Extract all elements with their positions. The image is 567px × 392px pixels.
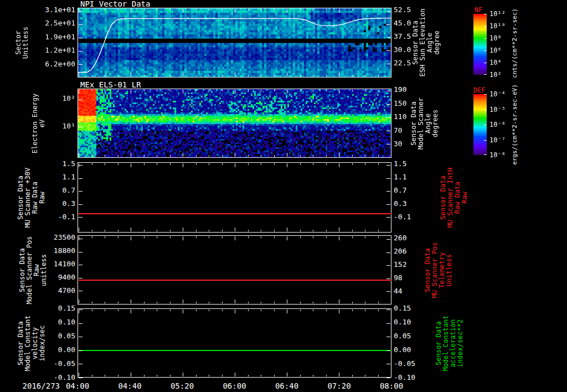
y-tick-mark	[386, 91, 390, 91]
x-tick-mark	[170, 236, 171, 238]
axis-label-line: eV	[39, 89, 46, 158]
x-tick-mark	[313, 310, 313, 311]
x-tick-mark	[378, 75, 379, 76]
colorbar-tick-label: 10¹²	[489, 10, 506, 18]
x-tick-mark	[248, 75, 249, 76]
y-tick-mark	[386, 24, 390, 25]
y-tick-mark	[79, 378, 83, 378]
colorbar-tick-mark	[484, 38, 487, 39]
x-tick-mark	[235, 9, 235, 13]
x-tick-mark	[300, 90, 301, 91]
x-tick-mark	[170, 230, 171, 231]
y-tick-mark	[386, 204, 390, 205]
axis-label-left-mu-scanner-plus30v: Sensor DataMU Scanner +30VRaw DataRaw	[17, 162, 46, 233]
x-axis-time-label: 08:00	[380, 381, 403, 390]
y-tick-mark	[79, 252, 83, 252]
y-tick-mark	[79, 291, 83, 291]
y-left-tick-label: 10¹	[43, 122, 75, 130]
x-tick-mark	[248, 163, 249, 165]
x-tick-mark	[391, 373, 391, 376]
y-tick-mark	[386, 310, 390, 310]
y-left-tick-label: 6.2e+00	[43, 60, 75, 68]
x-tick-mark	[170, 75, 171, 76]
x-tick-mark	[326, 9, 327, 11]
x-tick-mark	[209, 302, 209, 303]
y-tick-mark	[79, 364, 83, 364]
x-tick-mark	[274, 155, 275, 157]
date-label: 2016/273	[16, 381, 60, 390]
x-tick-mark	[261, 163, 261, 165]
colorbar-def-title: DEF	[473, 86, 486, 94]
y-right-tick-label: 1.5	[394, 160, 420, 168]
x-tick-mark	[118, 236, 118, 238]
colorbar-tick-label: 10⁶	[489, 47, 502, 54]
x-tick-mark	[79, 373, 79, 376]
y-right-tick-label: -0.1	[394, 213, 420, 221]
x-tick-mark	[144, 155, 145, 157]
y-tick-mark	[79, 64, 83, 65]
x-tick-mark	[391, 300, 391, 303]
x-tick-mark	[352, 302, 353, 303]
x-tick-mark	[118, 310, 118, 311]
y-right-tick-label: 0.10	[394, 318, 420, 326]
x-tick-mark	[287, 163, 287, 167]
x-tick-mark	[92, 375, 92, 376]
y-tick-mark	[386, 104, 390, 105]
x-tick-mark	[79, 310, 79, 313]
x-tick-mark	[313, 90, 313, 91]
x-tick-mark	[274, 230, 275, 231]
y-tick-mark	[386, 178, 390, 179]
colorbar-tick-label: 10⁻⁵	[489, 106, 506, 114]
x-tick-mark	[131, 90, 131, 94]
x-tick-mark	[183, 153, 183, 157]
x-tick-mark	[287, 9, 287, 13]
x-tick-mark	[196, 310, 197, 311]
x-tick-mark	[339, 373, 339, 376]
x-tick-mark	[92, 75, 92, 76]
x-tick-mark	[326, 310, 327, 311]
x-tick-mark	[222, 302, 223, 303]
x-tick-mark	[209, 310, 209, 311]
y-left-tick-label: 0.3	[43, 200, 75, 208]
axis-label-right-model-constant-velocity: Sensor DataModel Constantaccelerationind…	[435, 308, 464, 378]
y-tick-mark	[79, 165, 83, 166]
y-left-tick-label: -0.05	[43, 360, 75, 368]
x-tick-mark	[378, 236, 379, 238]
npi-vector-data-spectrogram-canvas	[78, 8, 391, 77]
x-tick-mark	[378, 9, 379, 11]
x-tick-mark	[118, 155, 118, 157]
x-tick-mark	[183, 373, 183, 376]
x-tick-mark	[326, 302, 327, 303]
axis-label-right-mu-scanner-plus30v: Sensor DataMU Scanner IntHRaw DataRaw	[440, 162, 468, 233]
y-tick-mark	[386, 144, 390, 145]
mex-els-01-lr-spectrogram-canvas	[78, 89, 391, 157]
y-tick-mark	[386, 117, 390, 118]
x-tick-mark	[352, 310, 353, 311]
x-tick-mark	[339, 163, 339, 167]
x-tick-mark	[378, 90, 379, 91]
x-tick-mark	[183, 228, 183, 231]
panel-mu-scanner-plus30v	[78, 162, 391, 233]
x-tick-mark	[287, 236, 287, 240]
x-tick-mark	[118, 375, 118, 376]
x-tick-mark	[183, 163, 183, 167]
colorbar-tick-mark	[484, 50, 487, 51]
x-tick-mark	[365, 310, 365, 311]
colorbar-tick-mark	[484, 63, 487, 63]
y-tick-mark	[79, 350, 83, 351]
x-tick-mark	[105, 236, 105, 238]
x-tick-mark	[261, 302, 261, 303]
x-tick-mark	[118, 230, 118, 231]
y-tick-mark	[79, 11, 83, 12]
x-tick-mark	[183, 73, 183, 76]
colorbar-tick-mark	[484, 154, 487, 155]
x-tick-mark	[365, 375, 365, 376]
axis-label-line: Unitless	[446, 235, 453, 305]
colorbar-tick-mark	[484, 125, 487, 125]
y-left-tick-label: 0.10	[43, 318, 75, 326]
x-tick-mark	[339, 90, 339, 94]
x-tick-mark	[157, 230, 157, 231]
colorbar-nf-units: cnts/(cm**2-sr-sec)	[511, 8, 518, 78]
x-tick-mark	[300, 155, 301, 157]
x-tick-mark	[313, 236, 313, 238]
